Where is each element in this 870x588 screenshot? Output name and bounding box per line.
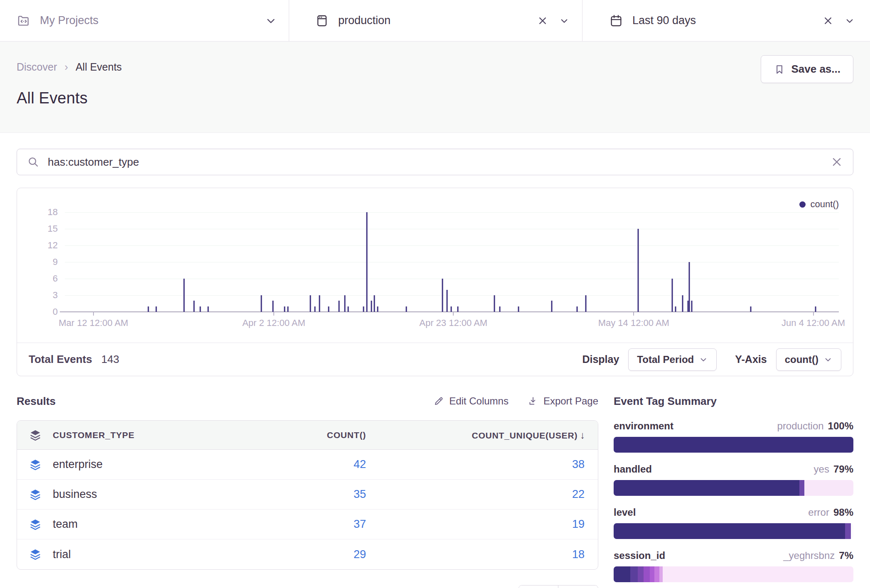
download-icon bbox=[528, 396, 538, 407]
chart-bar bbox=[377, 306, 378, 312]
chart-bar bbox=[457, 306, 459, 312]
edit-columns-button[interactable]: Edit Columns bbox=[433, 395, 509, 407]
tag-name: handled bbox=[614, 463, 814, 475]
next-page-button[interactable] bbox=[558, 586, 598, 588]
x-axis-labels: Mar 12 12:00 AMApr 2 12:00 AMApr 23 12:0… bbox=[65, 318, 839, 330]
project-selector-label: My Projects bbox=[40, 14, 256, 27]
search-bar[interactable]: has:customer_type bbox=[17, 149, 853, 175]
customer-type-cell: business bbox=[17, 488, 233, 501]
breadcrumb-discover-link[interactable]: Discover bbox=[17, 61, 57, 73]
date-range-selector[interactable]: Last 90 days bbox=[582, 0, 870, 41]
search-icon bbox=[27, 156, 39, 168]
tag-distribution-bar[interactable] bbox=[614, 480, 853, 496]
table-row[interactable]: trial2918 bbox=[17, 539, 598, 569]
legend-dot-icon bbox=[799, 201, 806, 208]
clear-date-icon[interactable] bbox=[822, 15, 834, 27]
y-tick-label: 12 bbox=[48, 240, 58, 251]
yaxis-select[interactable]: count() bbox=[776, 348, 841, 371]
chart-bar bbox=[687, 301, 688, 312]
x-tick-mark bbox=[273, 312, 274, 316]
chart-legend[interactable]: count() bbox=[799, 199, 839, 210]
breadcrumb: Discover › All Events bbox=[17, 61, 853, 74]
chart-bar bbox=[287, 306, 288, 312]
x-axis-line bbox=[60, 311, 839, 312]
export-page-button[interactable]: Export Page bbox=[528, 395, 598, 407]
chart-bar bbox=[310, 295, 311, 312]
tag-bar-segment bbox=[650, 566, 655, 582]
search-input[interactable]: has:customer_type bbox=[48, 156, 831, 169]
previous-page-button[interactable] bbox=[519, 586, 558, 588]
chart-bar bbox=[750, 306, 751, 312]
yaxis-select-value: count() bbox=[785, 354, 818, 365]
chart-bar bbox=[183, 279, 184, 312]
chart-bar bbox=[207, 306, 209, 312]
save-as-button[interactable]: Save as... bbox=[761, 55, 853, 83]
chart-bar bbox=[585, 295, 586, 312]
project-selector[interactable]: My Projects bbox=[0, 0, 289, 41]
count-unique-value[interactable]: 18 bbox=[368, 548, 598, 561]
customer-type-value: trial bbox=[53, 548, 71, 561]
export-page-label: Export Page bbox=[543, 395, 598, 407]
save-as-label: Save as... bbox=[791, 63, 841, 76]
chart-bar bbox=[328, 306, 329, 312]
environment-selector[interactable]: production bbox=[289, 0, 582, 41]
chevron-down-icon bbox=[823, 355, 833, 364]
gridline bbox=[65, 229, 839, 229]
count-value[interactable]: 42 bbox=[233, 458, 368, 471]
count-unique-value[interactable]: 22 bbox=[368, 488, 598, 501]
chart-bar bbox=[450, 306, 452, 312]
tag-header: session_id_yeghrsbnz7% bbox=[614, 550, 853, 561]
chart-plot-area[interactable] bbox=[65, 212, 839, 312]
calendar-icon bbox=[609, 14, 623, 28]
stack-icon bbox=[29, 488, 42, 501]
display-select[interactable]: Total Period bbox=[628, 348, 717, 371]
column-header-customer-type[interactable]: CUSTOMER_TYPE bbox=[53, 430, 135, 440]
count-value[interactable]: 37 bbox=[233, 518, 368, 531]
tag-name: environment bbox=[614, 420, 777, 432]
chart-bar bbox=[447, 290, 448, 312]
clear-environment-icon[interactable] bbox=[536, 15, 549, 27]
tag-bar-segment bbox=[799, 480, 804, 496]
chart-bar bbox=[374, 295, 375, 312]
tag-distribution-bar[interactable] bbox=[614, 523, 853, 539]
count-value[interactable]: 29 bbox=[233, 548, 368, 561]
column-header-count[interactable]: COUNT() bbox=[233, 430, 368, 440]
table-row[interactable]: business3522 bbox=[17, 480, 598, 510]
tag-bar-segment bbox=[654, 566, 659, 582]
x-tick-label: Apr 2 12:00 AM bbox=[242, 318, 305, 328]
count-value[interactable]: 35 bbox=[233, 488, 368, 501]
chart-bar bbox=[371, 301, 372, 312]
sort-desc-icon: ↓ bbox=[580, 429, 585, 441]
y-tick-label: 0 bbox=[53, 306, 58, 317]
chart-bar bbox=[148, 306, 149, 312]
chevron-down-icon[interactable] bbox=[843, 15, 856, 27]
x-tick-label: Jun 4 12:00 AM bbox=[782, 318, 845, 328]
bookmark-icon bbox=[774, 64, 785, 75]
x-tick-mark bbox=[453, 312, 454, 316]
chevron-down-icon[interactable] bbox=[265, 15, 277, 27]
tag-name: session_id bbox=[614, 550, 783, 561]
pencil-icon bbox=[433, 396, 444, 407]
chart-bar bbox=[200, 306, 201, 312]
gridline bbox=[65, 262, 839, 262]
chart-bar bbox=[406, 306, 407, 312]
x-tick-mark bbox=[633, 312, 634, 316]
tag-distribution-bar[interactable] bbox=[614, 437, 853, 453]
gridline bbox=[65, 279, 839, 279]
chevron-down-icon[interactable] bbox=[558, 15, 570, 27]
tag-header: handledyes79% bbox=[614, 463, 853, 475]
tag-header: environmentproduction100% bbox=[614, 420, 853, 432]
tag-bar-segment bbox=[644, 566, 649, 582]
table-row[interactable]: enterprise4238 bbox=[17, 450, 598, 480]
clear-search-icon[interactable] bbox=[831, 156, 843, 168]
column-header-count-unique[interactable]: COUNT_UNIQUE(USER)↓ bbox=[368, 429, 598, 441]
table-row[interactable]: team3719 bbox=[17, 510, 598, 539]
count-unique-value[interactable]: 38 bbox=[368, 458, 598, 471]
count-unique-value[interactable]: 19 bbox=[368, 518, 598, 531]
tag-distribution-bar[interactable] bbox=[614, 566, 853, 582]
edit-columns-label: Edit Columns bbox=[449, 395, 509, 407]
chart-bar bbox=[638, 229, 639, 312]
results-table-body: enterprise4238business3522team3719trial2… bbox=[17, 450, 598, 569]
tag-row: levelerror98% bbox=[614, 507, 853, 539]
tag-bar-segment bbox=[845, 523, 851, 539]
